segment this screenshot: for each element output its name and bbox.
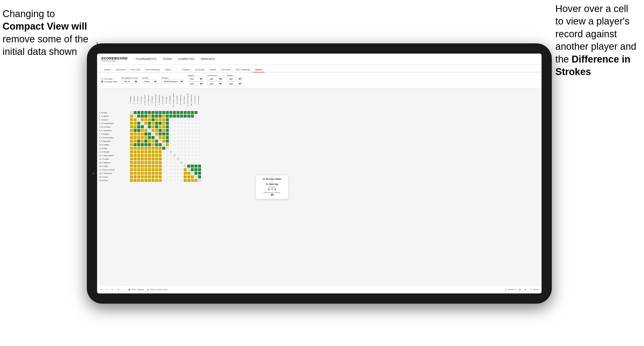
grid-cell[interactable] [151,146,155,150]
grid-cell[interactable] [187,132,191,136]
grid-cell[interactable] [151,121,155,125]
grid-cell[interactable] [180,136,183,139]
grid-cell[interactable] [166,164,169,168]
grid-cell[interactable] [140,154,144,157]
grid-cell[interactable] [180,179,183,182]
grid-cell[interactable] [166,146,169,150]
grid-cell[interactable] [130,171,133,175]
grid-cell[interactable] [194,175,198,179]
grid-cell[interactable] [133,114,137,118]
grid-cell[interactable] [158,157,162,161]
grid-cell[interactable] [183,136,187,139]
grid-cell[interactable] [151,132,155,136]
grid-cell[interactable] [151,129,155,132]
grid-cell[interactable] [162,143,166,146]
grid-cell[interactable] [144,139,148,143]
grid-cell[interactable] [144,171,148,175]
grid-cell[interactable] [166,143,169,146]
grid-cell[interactable] [187,179,191,182]
grid-cell[interactable] [187,139,191,143]
grid-cell[interactable] [130,132,133,136]
grid-cell[interactable] [144,132,148,136]
grid-cell[interactable] [158,118,162,121]
grid-cell[interactable] [187,121,191,125]
redo-button-1[interactable]: ↪ [106,288,108,291]
grid-cell[interactable] [162,121,166,125]
grid-cell[interactable] [187,136,191,139]
grid-cell[interactable] [140,157,144,161]
grid-cell[interactable] [155,143,158,146]
grid-cell[interactable] [180,154,183,157]
grid-cell[interactable] [162,139,166,143]
grid-cell[interactable] [151,136,155,139]
grid-cell[interactable] [148,157,151,161]
grid-cell[interactable] [173,168,176,171]
nav-committee[interactable]: COMMITTEE [178,57,195,61]
grid-cell[interactable] [148,171,151,175]
grid-cell[interactable] [155,125,158,129]
grid-cell[interactable] [162,136,166,139]
grid-cell[interactable] [137,175,140,179]
grid-cell[interactable] [169,164,173,168]
grid-cell[interactable] [133,136,137,139]
grid-cell[interactable] [137,125,140,129]
grid-cell[interactable] [187,171,191,175]
grid-cell[interactable] [137,179,140,182]
grid-cell[interactable] [187,125,191,129]
grid-cell[interactable] [155,179,158,182]
grid-cell[interactable] [173,125,176,129]
grid-cell[interactable] [158,168,162,171]
grid-cell[interactable] [198,132,201,136]
grid-cell[interactable] [191,125,194,129]
grid-cell[interactable] [187,114,191,118]
grid-cell[interactable] [187,154,191,157]
grid-cell[interactable] [158,164,162,168]
grid-cell[interactable] [194,150,198,154]
grid-cell[interactable] [183,114,187,118]
grid-cell[interactable] [173,164,176,168]
grid-cell[interactable] [158,179,162,182]
grid-cell[interactable] [198,157,201,161]
zoom-reset-button[interactable]: ⊙ [117,288,120,291]
grid-cell[interactable] [144,161,148,164]
redo-button-2[interactable]: ↩ [111,288,114,291]
grid-cell[interactable] [191,161,194,164]
grid-cell[interactable] [166,139,169,143]
grid-cell[interactable] [173,139,176,143]
undo-button[interactable]: ↩ [100,288,103,291]
grid-cell[interactable] [144,146,148,150]
grid-cell[interactable] [140,143,144,146]
tab-matrix-1[interactable]: Matrix [162,67,174,72]
grid-cell[interactable] [191,164,194,168]
grid-cell[interactable] [155,132,158,136]
grid-cell[interactable] [198,146,201,150]
grid-cell[interactable] [180,146,183,150]
compact-view-radio[interactable] [101,81,103,83]
watch-button[interactable]: ◎ Watch ▾ [505,288,516,291]
grid-cell[interactable] [137,121,140,125]
grid-cell[interactable] [169,125,173,129]
grid-cell[interactable] [148,161,151,164]
grid-cell[interactable] [137,143,140,146]
grid-cell[interactable] [148,121,151,125]
grid-cell[interactable] [169,132,173,136]
grid-cell[interactable] [180,132,183,136]
grid-cell[interactable] [173,171,176,175]
grid-cell[interactable] [176,154,180,157]
grid-cell[interactable] [155,164,158,168]
grid-cell[interactable] [137,157,140,161]
grid-cell[interactable] [194,171,198,175]
grid-cell[interactable] [173,136,176,139]
grid-cell[interactable] [194,132,198,136]
max-players-select[interactable]: Top 25 [121,79,138,84]
conference-select-2[interactable]: (All) [207,82,223,86]
grid-cell[interactable] [155,171,158,175]
grid-cell[interactable] [144,111,148,114]
grid-cell[interactable] [155,175,158,179]
grid-cell[interactable] [158,150,162,154]
grid-cell[interactable] [183,143,187,146]
grid-cell[interactable] [183,154,187,157]
grid-cell[interactable] [144,118,148,121]
grid-cell[interactable] [180,161,183,164]
grid-cell[interactable] [194,164,198,168]
